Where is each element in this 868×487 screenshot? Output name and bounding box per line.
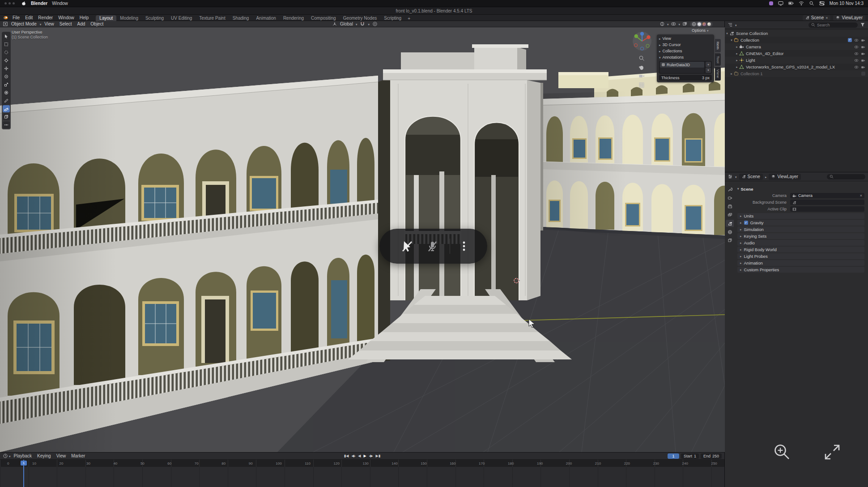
viewport-3d-scene[interactable] [0,27,725,452]
previous-keyframe-button[interactable]: ◀• [351,454,355,458]
xray-toggle-icon[interactable] [682,21,688,26]
playhead-frame-label[interactable]: 1 [21,461,27,466]
wifi-icon[interactable] [799,1,804,6]
workspace-tab-sculpting[interactable]: Sculpting [142,15,167,21]
sidebar-tab-tool[interactable]: Tool [715,53,721,66]
fullscreen-button[interactable] [822,442,842,462]
workspace-tab-geometry-nodes[interactable]: Geometry Nodes [340,15,381,21]
background-scene-value[interactable] [790,200,864,205]
snap-caret-icon[interactable] [368,21,370,26]
outliner-row-scene-collection[interactable]: ▾ Scene Collection [725,30,868,37]
editor-type-icon[interactable] [3,21,8,26]
tool-transform[interactable] [3,89,10,96]
section-custom-properties[interactable]: ▸Custom Properties [737,267,864,273]
editor-type-caret-icon[interactable] [9,453,11,458]
sidebar-tab-view[interactable]: View [715,67,721,81]
camera-toggle-icon[interactable] [861,58,865,63]
workspace-tab-rendering[interactable]: Rendering [280,15,307,21]
section-keying-sets[interactable]: ▸Keying Sets [737,233,864,239]
search-icon[interactable] [809,1,814,6]
eye-icon[interactable] [854,51,859,56]
tool-scale[interactable] [3,81,10,88]
eye-icon[interactable] [854,58,859,63]
zoom-in-button[interactable] [772,442,792,462]
tool-add-cube[interactable] [3,113,10,120]
add-annotation-layer-button[interactable] [706,62,711,67]
workspace-tab-compositing[interactable]: Compositing [307,15,340,21]
overlays-caret-icon[interactable] [678,21,680,26]
eye-icon[interactable] [854,38,859,43]
control-center-icon[interactable] [819,1,825,6]
tab-scene[interactable] [726,220,734,227]
next-keyframe-button[interactable]: •▶ [369,454,373,458]
magnet-icon[interactable] [360,21,365,26]
editor-type-caret-icon[interactable] [735,174,737,179]
menu-help[interactable]: Help [77,15,92,20]
screen-recording-indicator-icon[interactable] [769,1,773,5]
axis-gizmo[interactable] [632,31,652,51]
current-frame-field[interactable]: 1 [668,453,679,459]
select-menu[interactable]: Select [57,21,74,26]
workspace-tab-uv-editing[interactable]: UV Editing [167,15,196,21]
tool-select-circle[interactable] [3,49,10,56]
tool-select-tweak[interactable] [3,33,10,40]
start-frame-field[interactable]: Start 1 [681,453,699,459]
annotation-layer-specials-button[interactable] [706,68,711,73]
properties-editor-icon[interactable] [728,174,733,179]
pointer-disabled-icon[interactable] [400,239,415,254]
shading-rendered-icon[interactable] [707,22,711,26]
mode-dropdown[interactable]: Object Mode [9,21,39,26]
camera-view-icon[interactable] [638,73,645,79]
tool-cursor[interactable] [3,57,10,64]
more-options-icon[interactable] [461,239,467,253]
camera-toggle-icon[interactable] [861,38,865,43]
section-light-probes[interactable]: ▸Light Probes [737,253,864,259]
outliner-row-camera[interactable]: ▸ Camera [725,43,868,50]
menubar-app-name[interactable]: Blender [31,1,47,6]
editor-type-caret-icon[interactable] [735,22,737,27]
apple-logo-icon[interactable] [21,1,26,6]
section-audio[interactable]: ▸Audio [737,240,864,246]
npanel-section-3d-cursor[interactable]: 3D Cursor [658,42,713,48]
gravity-checkbox[interactable] [744,221,748,225]
jump-to-start-button[interactable]: ▮◀ [344,454,349,458]
tool-measure[interactable] [3,105,10,112]
pan-hand-icon[interactable] [638,64,645,70]
shading-solid-icon[interactable] [698,22,701,26]
add-menu[interactable]: Add [75,21,88,26]
menubar-clock[interactable]: Mon 10 Nov 14:3 [830,1,864,6]
annotation-thickness-slider[interactable]: Thickness 3 px [659,75,712,81]
gizmo-caret-icon[interactable] [667,21,669,26]
shading-material-icon[interactable] [702,22,706,26]
marker-menu[interactable]: Marker [69,453,87,458]
menu-render[interactable]: Render [35,15,55,20]
perspective-toggle-icon[interactable] [638,82,645,88]
workspace-tab-texture-paint[interactable]: Texture Paint [196,15,229,21]
menubar-window-menu[interactable]: Window [52,1,68,6]
camera-field-value[interactable]: Camera [790,193,864,198]
scene-panel-header[interactable]: ▾ Scene [737,186,864,192]
scene-selector[interactable]: Scene [803,15,831,21]
tool-extra[interactable] [3,121,10,128]
workspace-tab-scripting[interactable]: Scripting [380,15,405,21]
outliner-search-input[interactable] [817,23,853,27]
active-clip-value[interactable] [790,206,864,212]
properties-search[interactable] [827,174,865,179]
tab-view-layer[interactable] [726,211,734,218]
outliner-editor-icon[interactable] [728,22,733,27]
end-frame-field[interactable]: End 250 [701,453,722,459]
camera-toggle-icon[interactable] [861,51,865,56]
playback-menu[interactable]: Playback [12,453,34,458]
zoom-tool-icon[interactable] [638,55,645,61]
outliner-row-light[interactable]: ▸ Light [725,57,868,64]
breadcrumb-viewlayer[interactable]: ViewLayer [769,174,801,180]
show-overlays-icon[interactable] [671,21,676,26]
outliner-search[interactable] [808,22,858,28]
options-dropdown[interactable]: Options [692,28,709,33]
tab-render[interactable] [726,194,734,201]
tab-tool[interactable] [726,186,734,193]
exclude-checkbox[interactable] [848,38,852,42]
outliner-row-vectorworks-model[interactable]: ▸ Vectorworks_Scene_GPS_v2024_2_model_LX [725,64,868,70]
workspace-tab-modeling[interactable]: Modeling [116,15,142,21]
keying-menu[interactable]: Keying [35,453,53,458]
